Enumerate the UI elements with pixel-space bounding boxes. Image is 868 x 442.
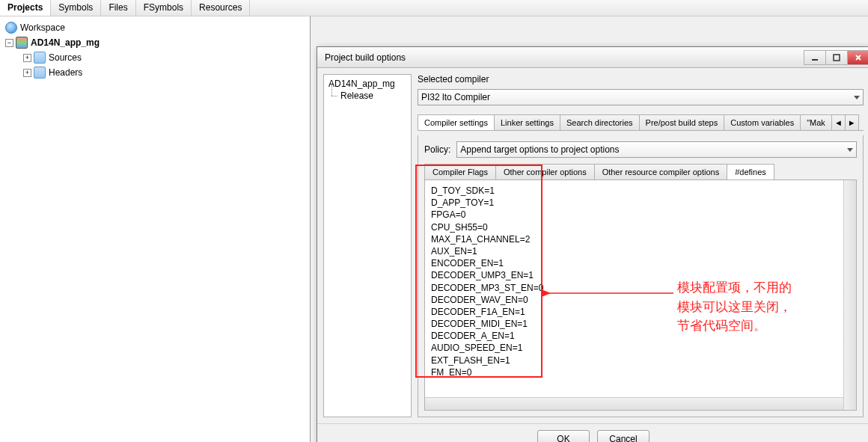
- maximize-button[interactable]: [825, 50, 848, 65]
- compiler-select[interactable]: PI32 lto Compiler: [418, 89, 864, 105]
- minimize-icon: [811, 54, 819, 61]
- close-icon: [855, 54, 862, 61]
- tab-prepost-build[interactable]: Pre/post build steps: [639, 114, 725, 130]
- target-root[interactable]: AD14N_app_mg: [327, 78, 408, 90]
- project-tree-panel: Workspace − AD14N_app_mg + Sources + Hea…: [0, 16, 311, 442]
- folder-icon: [34, 67, 46, 79]
- tree-project-label: AD14N_app_mg: [31, 37, 100, 48]
- horizontal-scrollbar[interactable]: [425, 397, 843, 410]
- tab-custom-variables[interactable]: Custom variables: [724, 114, 801, 130]
- tab-make[interactable]: "Mak: [800, 114, 832, 130]
- tree-sources[interactable]: + Sources: [4, 50, 306, 65]
- tab-linker-settings[interactable]: Linker settings: [494, 114, 560, 130]
- annotation-text: 模块配置项，不用的 模块可以这里关闭， 节省代码空间。: [677, 278, 792, 336]
- tree-collapse-icon[interactable]: −: [5, 39, 13, 47]
- build-options-dialog: Project build options AD14N_app_mg: [317, 46, 868, 442]
- settings-tabs: Compiler settings Linker settings Search…: [418, 114, 864, 131]
- tab-files[interactable]: Files: [101, 0, 135, 16]
- compiler-sub-tabs: Compiler Flags Other compiler options Ot…: [424, 164, 857, 180]
- subtab-compiler-flags[interactable]: Compiler Flags: [424, 164, 496, 179]
- dialog-title: Project build options: [325, 52, 406, 63]
- build-target-tree: AD14N_app_mg Release: [323, 74, 412, 417]
- package-icon: [16, 37, 28, 49]
- tree-project[interactable]: − AD14N_app_mg: [4, 35, 306, 50]
- tab-compiler-settings[interactable]: Compiler settings: [418, 114, 495, 130]
- tree-sources-label: Sources: [49, 52, 82, 63]
- policy-value: Append target options to project options: [460, 144, 619, 155]
- subtab-other-resource[interactable]: Other resource compiler options: [594, 164, 728, 179]
- tree-workspace-label: Workspace: [20, 22, 65, 33]
- tree-expand-icon[interactable]: +: [23, 69, 31, 77]
- policy-label: Policy:: [424, 144, 450, 155]
- svg-rect-0: [812, 59, 818, 61]
- chevron-down-icon: [854, 96, 860, 99]
- ok-button[interactable]: OK: [537, 430, 590, 443]
- target-release[interactable]: Release: [327, 90, 408, 102]
- tree-workspace[interactable]: Workspace: [4, 20, 306, 35]
- tab-resources[interactable]: Resources: [192, 0, 250, 16]
- settings-panel: Selected compiler PI32 lto Compiler Comp…: [418, 74, 864, 417]
- defines-container: D_TOY_SDK=1 D_APP_TOY=1 FPGA=0 CPU_SH55=…: [424, 180, 857, 411]
- dialog-footer: OK Cancel: [317, 423, 868, 442]
- cancel-button[interactable]: Cancel: [597, 430, 650, 443]
- vertical-scrollbar[interactable]: [843, 180, 856, 410]
- main-tab-bar: Projects Symbols Files FSymbols Resource…: [0, 0, 868, 16]
- right-area: Project build options AD14N_app_mg: [311, 16, 868, 442]
- tab-fsymbols[interactable]: FSymbols: [136, 0, 192, 16]
- tab-scroll-right[interactable]: ►: [845, 114, 859, 130]
- tab-search-directories[interactable]: Search directories: [560, 114, 640, 130]
- tree-headers-label: Headers: [49, 67, 82, 78]
- globe-icon: [5, 22, 17, 34]
- subtab-other-compiler[interactable]: Other compiler options: [495, 164, 595, 179]
- tab-symbols[interactable]: Symbols: [51, 0, 101, 16]
- tab-scroll-left[interactable]: ◄: [831, 114, 846, 130]
- tree-headers[interactable]: + Headers: [4, 65, 306, 80]
- dialog-titlebar[interactable]: Project build options: [317, 47, 868, 68]
- policy-select[interactable]: Append target options to project options: [456, 141, 857, 158]
- tab-projects[interactable]: Projects: [0, 0, 51, 16]
- compiler-settings-content: Policy: Append target options to project…: [418, 135, 864, 417]
- minimize-button[interactable]: [804, 50, 826, 65]
- compiler-value: PI32 lto Compiler: [421, 92, 490, 102]
- close-button[interactable]: [847, 50, 868, 65]
- tree-expand-icon[interactable]: +: [23, 54, 31, 62]
- svg-rect-1: [834, 55, 840, 61]
- folder-icon: [34, 52, 46, 64]
- compiler-label: Selected compiler: [418, 74, 864, 85]
- maximize-icon: [833, 54, 840, 61]
- chevron-down-icon: [847, 148, 853, 152]
- subtab-defines[interactable]: #defines: [727, 164, 774, 179]
